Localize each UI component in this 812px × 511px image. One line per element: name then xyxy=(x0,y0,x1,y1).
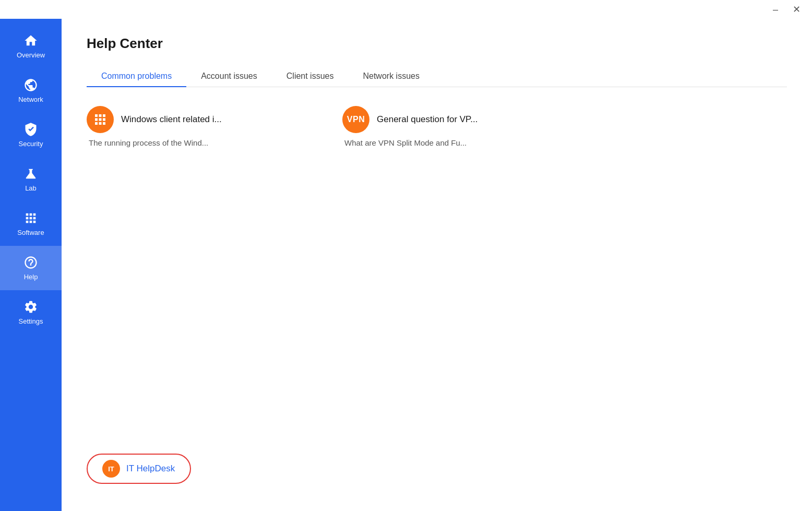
settings-icon xyxy=(23,300,38,314)
sidebar-item-software[interactable]: Software xyxy=(0,201,62,246)
software-icon xyxy=(23,211,38,225)
shield-icon xyxy=(23,122,38,137)
sidebar-item-label-lab: Lab xyxy=(25,184,37,192)
app-body: Overview Network Security Lab Software xyxy=(0,19,812,511)
help-card-windows-icon xyxy=(87,106,114,133)
helpdesk-avatar: IT xyxy=(102,460,120,478)
sidebar-item-security[interactable]: Security xyxy=(0,113,62,157)
sidebar: Overview Network Security Lab Software xyxy=(0,19,62,511)
help-card-windows-title: Windows client related i... xyxy=(121,114,222,125)
help-card-vpn-title: General question for VP... xyxy=(377,114,477,125)
sidebar-item-label-overview: Overview xyxy=(17,51,45,59)
help-card-windows-header: Windows client related i... xyxy=(87,106,301,133)
main-content: Help Center Common problems Account issu… xyxy=(62,19,812,511)
help-card-windows-desc: The running process of the Wind... xyxy=(87,138,301,147)
vpn-icon-text: VPN xyxy=(347,115,365,124)
tab-common-problems[interactable]: Common problems xyxy=(87,66,186,87)
tab-network-issues[interactable]: Network issues xyxy=(348,66,434,87)
sidebar-item-overview[interactable]: Overview xyxy=(0,24,62,68)
sidebar-item-help[interactable]: Help xyxy=(0,246,62,290)
tabs: Common problems Account issues Client is… xyxy=(87,66,787,87)
help-icon xyxy=(23,255,38,270)
helpdesk-label: IT HelpDesk xyxy=(126,464,175,474)
globe-icon xyxy=(23,78,38,92)
minimize-button[interactable]: – xyxy=(770,4,781,15)
grid-icon xyxy=(92,112,108,127)
close-button[interactable]: ✕ xyxy=(790,4,804,15)
bottom-section: IT IT HelpDesk xyxy=(87,454,787,494)
sidebar-item-label-network: Network xyxy=(18,96,43,103)
help-card-windows[interactable]: Windows client related i... The running … xyxy=(87,106,301,147)
sidebar-item-label-settings: Settings xyxy=(19,317,43,325)
helpdesk-button[interactable]: IT IT HelpDesk xyxy=(87,454,191,484)
help-card-vpn-header: VPN General question for VP... xyxy=(342,106,556,133)
page-title: Help Center xyxy=(87,35,787,52)
tab-account-issues[interactable]: Account issues xyxy=(186,66,272,87)
help-card-vpn[interactable]: VPN General question for VP... What are … xyxy=(342,106,556,147)
lab-icon xyxy=(23,167,38,181)
help-card-vpn-icon: VPN xyxy=(342,106,369,133)
title-bar: – ✕ xyxy=(0,0,812,19)
sidebar-item-lab[interactable]: Lab xyxy=(0,157,62,201)
sidebar-item-label-software: Software xyxy=(17,229,44,236)
home-icon xyxy=(23,33,38,48)
sidebar-item-settings[interactable]: Settings xyxy=(0,290,62,335)
tab-client-issues[interactable]: Client issues xyxy=(272,66,349,87)
sidebar-item-label-help: Help xyxy=(24,273,38,281)
sidebar-item-label-security: Security xyxy=(19,140,43,148)
sidebar-item-network[interactable]: Network xyxy=(0,68,62,113)
cards-grid: Windows client related i... The running … xyxy=(87,106,556,147)
help-card-vpn-desc: What are VPN Split Mode and Fu... xyxy=(342,138,556,147)
